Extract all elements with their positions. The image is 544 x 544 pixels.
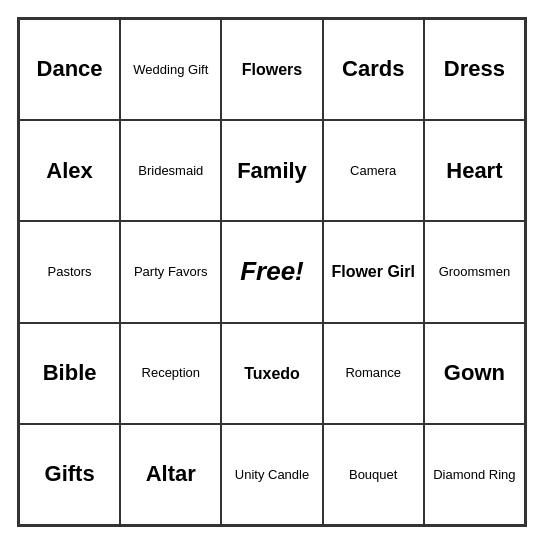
cell-text-19: Gown [444,360,505,386]
bingo-cell-2: Flowers [221,19,322,120]
cell-text-14: Groomsmen [439,264,511,280]
bingo-cell-11: Party Favors [120,221,221,322]
cell-text-4: Dress [444,56,505,82]
cell-text-2: Flowers [242,60,302,79]
cell-text-16: Reception [142,365,201,381]
bingo-cell-13: Flower Girl [323,221,424,322]
bingo-cell-6: Bridesmaid [120,120,221,221]
cell-text-24: Diamond Ring [433,467,515,483]
bingo-cell-17: Tuxedo [221,323,322,424]
bingo-cell-22: Unity Candle [221,424,322,525]
bingo-cell-10: Pastors [19,221,120,322]
bingo-cell-21: Altar [120,424,221,525]
cell-text-7: Family [237,158,307,184]
bingo-cell-4: Dress [424,19,525,120]
bingo-cell-12: Free! [221,221,322,322]
bingo-cell-14: Groomsmen [424,221,525,322]
cell-text-10: Pastors [48,264,92,280]
cell-text-18: Romance [345,365,401,381]
bingo-cell-19: Gown [424,323,525,424]
cell-text-1: Wedding Gift [133,62,208,78]
cell-text-3: Cards [342,56,404,82]
bingo-cell-23: Bouquet [323,424,424,525]
cell-text-13: Flower Girl [331,262,415,281]
cell-text-15: Bible [43,360,97,386]
bingo-cell-3: Cards [323,19,424,120]
bingo-cell-15: Bible [19,323,120,424]
cell-text-21: Altar [146,461,196,487]
bingo-cell-5: Alex [19,120,120,221]
bingo-cell-20: Gifts [19,424,120,525]
bingo-cell-24: Diamond Ring [424,424,525,525]
cell-text-6: Bridesmaid [138,163,203,179]
cell-text-20: Gifts [45,461,95,487]
bingo-cell-8: Camera [323,120,424,221]
cell-text-22: Unity Candle [235,467,309,483]
cell-text-17: Tuxedo [244,364,300,383]
bingo-cell-9: Heart [424,120,525,221]
cell-text-23: Bouquet [349,467,397,483]
bingo-cell-1: Wedding Gift [120,19,221,120]
cell-text-12: Free! [240,256,304,287]
bingo-cell-18: Romance [323,323,424,424]
cell-text-5: Alex [46,158,92,184]
cell-text-11: Party Favors [134,264,208,280]
cell-text-8: Camera [350,163,396,179]
bingo-cell-0: Dance [19,19,120,120]
cell-text-0: Dance [37,56,103,82]
bingo-board: DanceWedding GiftFlowersCardsDressAlexBr… [17,17,527,527]
bingo-cell-16: Reception [120,323,221,424]
bingo-cell-7: Family [221,120,322,221]
cell-text-9: Heart [446,158,502,184]
